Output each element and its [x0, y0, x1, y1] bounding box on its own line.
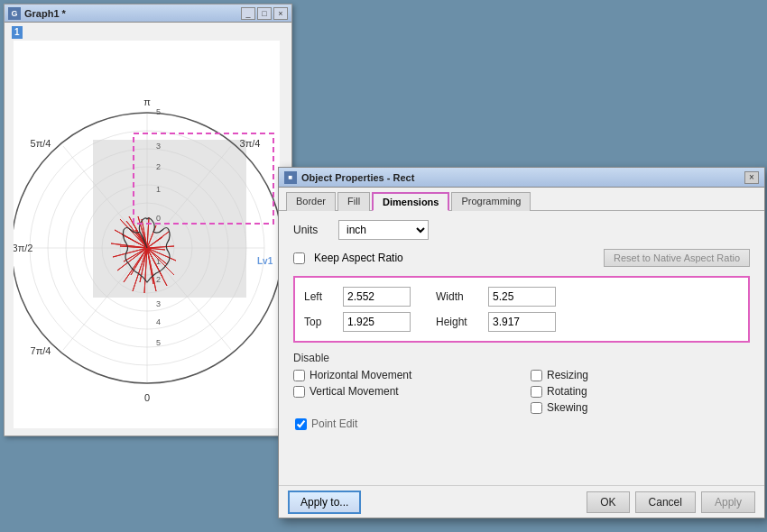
dialog-footer: Apply to... OK Cancel Apply [279, 485, 764, 518]
left-row: Left Width [304, 287, 739, 307]
top-label: Top [304, 316, 336, 328]
dialog-icon: ■ [284, 171, 297, 184]
dialog-title: Object Properties - Rect [301, 172, 744, 183]
svg-text:2: 2 [156, 275, 161, 284]
dialog-titlebar: ■ Object Properties - Rect × [279, 168, 764, 188]
vertical-movement-checkbox[interactable] [293, 386, 305, 398]
close-btn[interactable]: × [273, 7, 288, 20]
horizontal-movement-checkbox[interactable] [293, 370, 305, 381]
disable-title: Disable [293, 352, 750, 364]
units-select[interactable]: inch cm mm pt [338, 220, 429, 240]
dialog-close-button[interactable]: × [744, 171, 759, 184]
tab-dimensions[interactable]: Dimensions [372, 192, 449, 211]
rotating-label: Rotating [547, 385, 587, 398]
apply-to-button[interactable]: Apply to... [288, 491, 361, 514]
rotating-row: Rotating [531, 385, 750, 398]
resizing-checkbox[interactable] [531, 370, 542, 381]
disable-checkboxes-grid: Horizontal Movement Resizing Vertical Mo… [293, 369, 750, 414]
width-input[interactable] [488, 287, 556, 307]
width-label: Width [436, 290, 481, 303]
apply-button[interactable]: Apply [701, 491, 755, 513]
svg-text:3: 3 [156, 142, 161, 151]
svg-text:Lv1: Lv1 [257, 256, 273, 266]
cancel-button[interactable]: Cancel [635, 491, 696, 513]
units-label: Units [293, 224, 329, 236]
ok-button[interactable]: OK [587, 491, 629, 513]
svg-text:5: 5 [156, 107, 161, 116]
svg-text:π: π [143, 96, 151, 107]
aspect-ratio-row: Keep Aspect Ratio Reset to Native Aspect… [293, 249, 750, 267]
height-label: Height [436, 316, 481, 328]
skewing-checkbox[interactable] [531, 402, 542, 414]
left-label: Left [304, 290, 336, 303]
skewing-label: Skewing [547, 401, 587, 414]
horizontal-movement-row: Horizontal Movement [293, 369, 513, 381]
svg-text:3π/4: 3π/4 [240, 138, 261, 149]
svg-text:3: 3 [156, 299, 161, 308]
graph-titlebar-buttons: _ □ × [241, 7, 288, 20]
tab-border[interactable]: Border [286, 192, 336, 211]
svg-text:5π/4: 5π/4 [31, 138, 51, 149]
top-input[interactable] [343, 312, 411, 332]
vertical-movement-row: Vertical Movement [293, 385, 513, 398]
keep-aspect-ratio-label: Keep Aspect Ratio [314, 252, 403, 264]
tab-programming[interactable]: Programming [451, 192, 531, 211]
point-edit-row: Point Edit [293, 417, 750, 430]
svg-rect-1 [93, 140, 246, 298]
svg-text:1: 1 [156, 185, 161, 194]
minimize-btn[interactable]: _ [241, 7, 255, 20]
rotating-checkbox[interactable] [531, 386, 542, 398]
horizontal-movement-label: Horizontal Movement [310, 369, 411, 381]
graph-label: 1 [12, 26, 23, 39]
skewing-row: Skewing [531, 401, 750, 414]
maximize-btn[interactable]: □ [257, 7, 272, 20]
tab-bar: Border Fill Dimensions Programming [279, 188, 764, 211]
svg-text:5: 5 [156, 338, 161, 347]
units-row: Units inch cm mm pt [293, 220, 750, 240]
graph-window-icon: G [8, 7, 21, 20]
graph-content: 1 [5, 23, 291, 436]
graph-window: G Graph1 * _ □ × 1 [4, 4, 292, 436]
svg-text:0: 0 [156, 214, 161, 223]
dialog-body: Units inch cm mm pt Keep Aspect Ratio Re… [279, 211, 764, 446]
svg-text:0: 0 [144, 392, 150, 403]
dimensions-box: Left Width Top Height [293, 276, 750, 343]
resizing-label: Resizing [547, 369, 588, 381]
point-edit-label: Point Edit [311, 417, 357, 430]
vertical-movement-label: Vertical Movement [310, 385, 399, 398]
polar-plot-area: π 5π/4 3π/4 3π/2 3 2 1 0 1 2 3 7π/4 0 4 [14, 41, 280, 428]
svg-text:7π/4: 7π/4 [31, 345, 51, 356]
reset-aspect-ratio-button[interactable]: Reset to Native Aspect Ratio [604, 249, 750, 267]
point-edit-checkbox[interactable] [295, 418, 307, 430]
svg-text:2: 2 [156, 162, 161, 171]
keep-aspect-ratio-checkbox[interactable] [293, 252, 305, 264]
polar-chart-svg: π 5π/4 3π/4 3π/2 3 2 1 0 1 2 3 7π/4 0 4 [14, 41, 280, 428]
height-input[interactable] [488, 312, 556, 332]
disable-section: Disable Horizontal Movement Resizing Ver… [293, 352, 750, 430]
graph-titlebar: G Graph1 * _ □ × [5, 5, 291, 23]
left-input[interactable] [343, 287, 411, 307]
resizing-row: Resizing [531, 369, 750, 381]
graph-window-title: Graph1 * [24, 8, 241, 19]
tab-fill[interactable]: Fill [337, 192, 370, 211]
svg-text:3π/2: 3π/2 [14, 243, 32, 253]
object-properties-dialog: ■ Object Properties - Rect × Border Fill… [278, 167, 765, 518]
top-row: Top Height [304, 312, 739, 332]
svg-text:4: 4 [156, 317, 161, 326]
